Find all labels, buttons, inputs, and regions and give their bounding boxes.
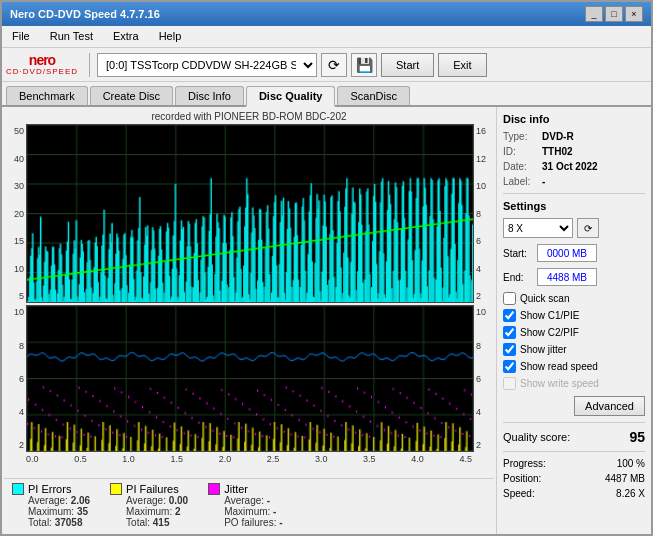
legend-jitter: Jitter Average: - Maximum: - PO failures… <box>208 483 282 528</box>
show-c2-checkbox[interactable] <box>503 326 516 339</box>
maximize-button[interactable]: □ <box>605 6 623 22</box>
speed-row: 8 X Max 1 X 2 X 4 X 6 X ⟳ <box>503 218 645 238</box>
refresh-icon-button[interactable]: ⟳ <box>321 53 347 77</box>
start-field[interactable] <box>537 244 597 262</box>
menu-run-test[interactable]: Run Test <box>44 28 99 45</box>
title-bar: Nero CD-DVD Speed 4.7.7.16 _ □ × <box>2 2 651 26</box>
tab-disc-quality[interactable]: Disc Quality <box>246 86 336 107</box>
divider-3 <box>503 451 645 452</box>
nero-logo: nero CD·DVD/SPEED <box>6 53 78 76</box>
menu-file[interactable]: File <box>6 28 36 45</box>
show-write-speed-checkbox[interactable] <box>503 377 516 390</box>
show-c2-row: Show C2/PIF <box>503 326 645 339</box>
y-axis-left-bottom: 10 8 6 4 2 <box>4 305 26 452</box>
legend: PI Errors Average: 2.06 Maximum: 35 Tota… <box>4 478 494 532</box>
disc-id-row: ID: TTH02 <box>503 146 645 157</box>
speed-refresh-button[interactable]: ⟳ <box>577 218 599 238</box>
main-window: Nero CD-DVD Speed 4.7.7.16 _ □ × File Ru… <box>0 0 653 536</box>
legend-pi-failures: PI Failures Average: 0.00 Maximum: 2 Tot… <box>110 483 188 528</box>
y-axis-right-top: 16 12 10 8 6 4 2 <box>474 124 494 303</box>
main-content: recorded with PIONEER BD-ROM BDC-202 50 … <box>2 107 651 534</box>
quality-score-row: Quality score: 95 <box>503 429 645 445</box>
end-row: End: <box>503 268 645 286</box>
legend-pi-errors: PI Errors Average: 2.06 Maximum: 35 Tota… <box>12 483 90 528</box>
progress-row: Progress: 100 % <box>503 458 645 469</box>
tab-disc-info[interactable]: Disc Info <box>175 86 244 105</box>
start-row: Start: <box>503 244 645 262</box>
divider-1 <box>503 193 645 194</box>
disc-label-row: Label: - <box>503 176 645 187</box>
menu-help[interactable]: Help <box>153 28 188 45</box>
show-jitter-checkbox[interactable] <box>503 343 516 356</box>
show-read-speed-checkbox[interactable] <box>503 360 516 373</box>
save-icon-button[interactable]: 💾 <box>351 53 377 77</box>
exit-button[interactable]: Exit <box>438 53 486 77</box>
right-panel: Disc info Type: DVD-R ID: TTH02 Date: 31… <box>496 107 651 534</box>
top-chart-canvas <box>26 124 474 303</box>
close-button[interactable]: × <box>625 6 643 22</box>
separator <box>89 53 90 77</box>
show-jitter-row: Show jitter <box>503 343 645 356</box>
menu-bar: File Run Test Extra Help <box>2 26 651 48</box>
end-field[interactable] <box>537 268 597 286</box>
drive-select[interactable]: [0:0] TSSTcorp CDDVDW SH-224GB SB00 <box>97 53 317 77</box>
pi-errors-color <box>12 483 24 495</box>
show-c1-row: Show C1/PIE <box>503 309 645 322</box>
y-axis-right-bottom: 10 8 6 4 2 <box>474 305 494 452</box>
quick-scan-row: Quick scan <box>503 292 645 305</box>
menu-extra[interactable]: Extra <box>107 28 145 45</box>
show-c1-checkbox[interactable] <box>503 309 516 322</box>
settings-title: Settings <box>503 200 645 212</box>
show-write-speed-row: Show write speed <box>503 377 645 390</box>
window-controls: _ □ × <box>585 6 643 22</box>
tab-bar: Benchmark Create Disc Disc Info Disc Qua… <box>2 82 651 107</box>
tab-benchmark[interactable]: Benchmark <box>6 86 88 105</box>
chart-title: recorded with PIONEER BD-ROM BDC-202 <box>4 109 494 124</box>
divider-2 <box>503 422 645 423</box>
x-axis-labels: 0.0 0.5 1.0 1.5 2.0 2.5 3.0 3.5 4.0 4.5 <box>4 454 494 464</box>
minimize-button[interactable]: _ <box>585 6 603 22</box>
start-button[interactable]: Start <box>381 53 434 77</box>
bottom-chart-canvas <box>26 305 474 452</box>
disc-date-row: Date: 31 Oct 2022 <box>503 161 645 172</box>
position-row: Position: 4487 MB <box>503 473 645 484</box>
speed-select[interactable]: 8 X Max 1 X 2 X 4 X 6 X <box>503 218 573 238</box>
show-read-speed-row: Show read speed <box>503 360 645 373</box>
y-axis-left-top: 50 40 30 20 15 10 5 <box>4 124 26 303</box>
disc-info-title: Disc info <box>503 113 645 125</box>
pi-failures-color <box>110 483 122 495</box>
tab-scan-disc[interactable]: ScanDisc <box>337 86 409 105</box>
chart-area: recorded with PIONEER BD-ROM BDC-202 50 … <box>2 107 496 534</box>
jitter-color <box>208 483 220 495</box>
chart-container: 50 40 30 20 15 10 5 16 12 10 8 6 <box>4 124 494 478</box>
disc-type-row: Type: DVD-R <box>503 131 645 142</box>
speed-display-row: Speed: 8.26 X <box>503 488 645 499</box>
window-title: Nero CD-DVD Speed 4.7.7.16 <box>10 8 160 20</box>
quick-scan-checkbox[interactable] <box>503 292 516 305</box>
advanced-button[interactable]: Advanced <box>574 396 645 416</box>
tab-create-disc[interactable]: Create Disc <box>90 86 173 105</box>
toolbar: nero CD·DVD/SPEED [0:0] TSSTcorp CDDVDW … <box>2 48 651 82</box>
